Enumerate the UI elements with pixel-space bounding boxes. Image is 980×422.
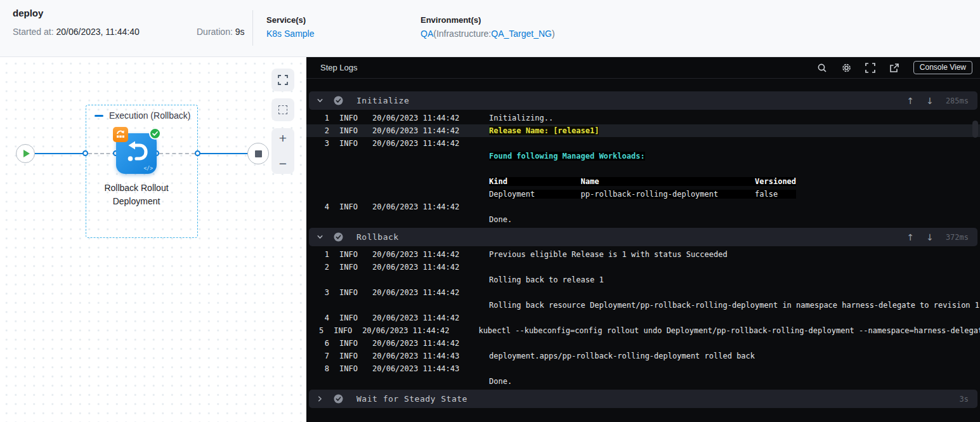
environment-link-line: QA(Infrastructure:QA_Target_NG)	[421, 29, 555, 39]
log-section-title: Rollback	[356, 232, 399, 242]
log-line: Found following Managed Workloads:	[306, 150, 980, 162]
log-section-header-rollback[interactable]: Rollback↑↓372ms	[309, 228, 977, 246]
log-line: 5INFO20/06/2023 11:44:42kubectl --kubeco…	[306, 324, 980, 337]
pipeline-execution-page: deploy Started at: 20/06/2023, 11:44:40 …	[0, 0, 980, 422]
pipeline-title: deploy	[13, 8, 43, 18]
log-line	[306, 162, 980, 175]
log-line: 7INFO20/06/2023 11:44:43deployment.apps/…	[306, 350, 980, 362]
duration: Duration: 9s	[197, 27, 245, 37]
log-section-header-initialize[interactable]: Initialize↑↓285ms	[309, 91, 977, 110]
step-success-icon	[334, 232, 343, 242]
log-line: Done.	[306, 213, 980, 226]
log-line: Done.	[306, 375, 980, 388]
end-node[interactable]	[247, 143, 269, 164]
section-duration: 285ms	[946, 96, 969, 105]
canvas-marquee-select-button[interactable]	[271, 98, 294, 121]
scroll-to-top-icon[interactable]: ↑	[906, 232, 914, 242]
section-duration: 3s	[960, 395, 969, 404]
canvas-zoom-control: + −	[271, 128, 294, 174]
stop-icon	[255, 150, 262, 157]
services-label: Service(s)	[266, 15, 314, 25]
rolling-deployment-badge-icon	[113, 127, 128, 142]
collapse-minus-icon[interactable]	[95, 115, 103, 117]
canvas-fullscreen-button[interactable]	[271, 69, 294, 91]
scroll-to-top-icon[interactable]: ↑	[906, 96, 914, 106]
console-title: Step Logs	[320, 63, 358, 72]
fullscreen-icon	[278, 75, 288, 85]
environments-block: Environment(s) QA(Infrastructure:QA_Targ…	[421, 15, 555, 39]
service-link[interactable]: K8s Sample	[266, 29, 314, 39]
edge-start-to-group	[35, 153, 86, 154]
log-line: 2INFO20/06/2023 11:44:42Release Name: [r…	[306, 124, 980, 137]
log-lines-initialize: 1INFO20/06/2023 11:44:42Initializing..2I…	[306, 112, 980, 226]
execution-group-label: Execution (Rollback)	[95, 110, 190, 121]
log-line: Rolling back to release 1	[306, 274, 980, 286]
section-duration: 372ms	[946, 233, 969, 242]
code-icon: </>	[144, 166, 153, 171]
success-badge-icon	[149, 128, 161, 140]
log-line: Rolling back resource Deployment/pp-roll…	[306, 299, 980, 312]
chevron-right-icon[interactable]	[315, 395, 324, 402]
chevron-down-icon[interactable]	[315, 97, 324, 104]
console-log-body[interactable]: Initialize↑↓285ms1INFO20/06/2023 11:44:4…	[306, 79, 980, 422]
scroll-to-bottom-icon[interactable]: ↓	[926, 232, 934, 242]
log-line: 3INFO20/06/2023 11:44:42	[306, 286, 980, 299]
log-line: 8INFO20/06/2023 11:44:43	[306, 362, 980, 375]
execution-header: deploy Started at: 20/06/2023, 11:44:40 …	[0, 0, 980, 57]
log-section-header-wait-for-steady-state[interactable]: Wait for Steady State3s	[309, 390, 977, 408]
log-line: 2INFO20/06/2023 11:44:42	[306, 261, 980, 274]
log-line: Kind Name Versioned	[306, 175, 980, 188]
zoom-in-button[interactable]: +	[271, 132, 294, 145]
log-lines-rollback: 1INFO20/06/2023 11:44:42Previous eligibl…	[306, 248, 980, 388]
start-node[interactable]	[16, 144, 35, 163]
step-logs-console: Step Logs Console View Initialize↑↓285ms…	[306, 57, 980, 422]
log-line: 1INFO20/06/2023 11:44:42Initializing..	[306, 112, 980, 124]
marquee-select-icon	[278, 105, 287, 114]
expand-fullscreen-icon[interactable]	[865, 62, 876, 73]
rollback-arrow-icon	[122, 140, 150, 167]
log-line: 3INFO20/06/2023 11:44:42	[306, 137, 980, 150]
zoom-out-button[interactable]: −	[271, 157, 294, 170]
infrastructure-link[interactable]: QA_Target_NG	[491, 29, 552, 39]
scroll-to-bottom-icon[interactable]: ↓	[926, 96, 934, 106]
step-label: Rollback Rollout Deployment	[82, 181, 190, 208]
environments-label: Environment(s)	[421, 15, 555, 25]
console-view-button[interactable]: Console View	[913, 61, 972, 74]
log-section-title: Initialize	[356, 96, 409, 105]
log-scrollbar-thumb[interactable]	[972, 121, 978, 138]
console-topbar: Step Logs Console View	[306, 57, 980, 79]
settings-gear-icon[interactable]	[841, 62, 852, 73]
edge-group-to-end	[198, 153, 247, 154]
log-line: Deployment pp-rollback-rolling-deploymen…	[306, 188, 980, 201]
open-in-new-icon[interactable]	[889, 62, 900, 73]
group-left-port	[82, 150, 88, 156]
header-divider	[252, 10, 253, 46]
step-success-icon	[334, 96, 343, 105]
pipeline-graph-canvas[interactable]: Execution (Rollback) </>	[0, 57, 306, 422]
environment-link[interactable]: QA	[421, 29, 433, 39]
log-line: 4INFO20/06/2023 11:44:42	[306, 312, 980, 324]
log-line: 1INFO20/06/2023 11:44:42Previous eligibl…	[306, 248, 980, 261]
step-success-icon	[334, 394, 343, 404]
search-icon[interactable]	[817, 62, 828, 73]
play-icon	[23, 150, 30, 157]
log-line: 4INFO20/06/2023 11:44:42	[306, 201, 980, 213]
rollback-rollout-step-node[interactable]: </>	[116, 133, 157, 174]
started-at: Started at: 20/06/2023, 11:44:40	[13, 27, 140, 37]
log-section-title: Wait for Steady State	[356, 394, 467, 404]
log-line: 6INFO20/06/2023 11:44:42	[306, 337, 980, 350]
chevron-down-icon[interactable]	[315, 234, 324, 241]
group-right-port	[195, 150, 200, 156]
services-block: Service(s) K8s Sample	[266, 15, 314, 39]
